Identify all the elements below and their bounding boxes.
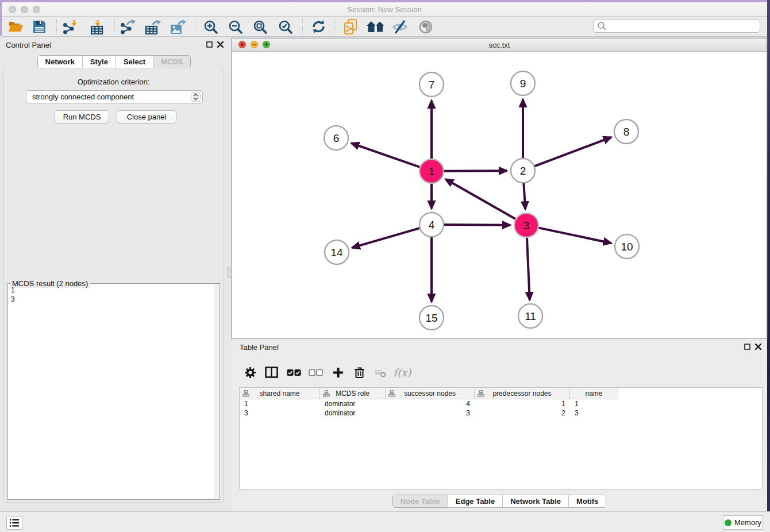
refresh-layout-icon[interactable] xyxy=(311,20,326,34)
result-scrollbar[interactable] xyxy=(214,284,219,499)
float-panel-icon[interactable] xyxy=(206,41,213,48)
memory-button[interactable]: Memory xyxy=(723,515,763,530)
column-header-successor-nodes[interactable]: successor nodes xyxy=(386,388,475,399)
save-session-icon[interactable] xyxy=(33,20,46,33)
close-panel-button[interactable]: Close panel xyxy=(117,110,176,124)
graph-edge-4-3[interactable] xyxy=(443,225,510,225)
deselect-all-icon[interactable] xyxy=(309,368,323,377)
clone-network-icon[interactable] xyxy=(344,19,357,35)
task-history-button[interactable] xyxy=(6,516,22,530)
tab-motifs[interactable]: Motifs xyxy=(569,495,606,507)
tab-mcds[interactable]: MCDS xyxy=(153,56,190,68)
graph-edge-2-3[interactable] xyxy=(523,182,525,209)
table-cell[interactable]: 3 xyxy=(570,408,618,418)
search-field[interactable] xyxy=(593,20,760,33)
column-header-predecessor-nodes[interactable]: predecessor nodes xyxy=(475,388,570,399)
tab-network-table[interactable]: Network Table xyxy=(503,495,569,507)
delete-icon[interactable] xyxy=(353,366,365,379)
zoom-selected-icon[interactable] xyxy=(278,20,293,34)
graph-node-label: 10 xyxy=(621,241,633,253)
memory-status-icon xyxy=(725,519,732,526)
run-mcds-button[interactable]: Run MCDS xyxy=(55,110,109,124)
graph-node-10[interactable]: 10 xyxy=(615,234,639,259)
toolbar-separator xyxy=(56,19,57,34)
graph-node-9[interactable]: 9 xyxy=(511,71,535,95)
graph-edge-3-11[interactable] xyxy=(527,237,530,300)
table-cell[interactable]: dominator xyxy=(320,399,386,408)
table-panel-tabs: Node TableEdge TableNetwork TableMotifs xyxy=(392,495,607,508)
float-panel-icon[interactable] xyxy=(744,344,750,350)
graph-node-6[interactable]: 6 xyxy=(324,126,348,150)
graph-node-7[interactable]: 7 xyxy=(419,72,444,97)
table-panel-title: Table Panel xyxy=(240,343,279,352)
zoom-fit-icon[interactable] xyxy=(253,20,268,34)
graph-node-label: 14 xyxy=(330,246,343,259)
zoom-in-icon[interactable] xyxy=(203,20,218,34)
graph-edge-1-2[interactable] xyxy=(443,171,507,171)
close-panel-icon[interactable] xyxy=(755,344,761,350)
tab-edge-table[interactable]: Edge Table xyxy=(448,495,503,507)
table-row: 3dominator323 xyxy=(240,408,762,418)
export-table-icon[interactable] xyxy=(145,20,161,34)
search-input[interactable] xyxy=(609,21,760,31)
toolbar-separator xyxy=(302,19,303,34)
select-all-icon[interactable] xyxy=(287,368,301,377)
export-network-icon[interactable] xyxy=(120,20,136,34)
column-header-name[interactable]: name xyxy=(570,388,618,399)
show-all-icon[interactable] xyxy=(418,20,433,34)
graph-node-11[interactable]: 11 xyxy=(518,304,542,328)
graph-node-label: 9 xyxy=(520,78,526,90)
table-cell[interactable]: 3 xyxy=(240,408,320,418)
column-tree-icon xyxy=(478,390,484,397)
export-image-icon[interactable] xyxy=(170,20,186,34)
column-header-shared-name[interactable]: shared name xyxy=(240,388,320,399)
function-builder-icon[interactable]: f(x) xyxy=(394,367,411,379)
import-table-icon[interactable] xyxy=(90,20,105,34)
tab-node-table[interactable]: Node Table xyxy=(393,495,448,507)
settings-gear-icon[interactable] xyxy=(244,367,256,379)
column-visibility-icon[interactable] xyxy=(265,367,278,378)
first-neighbors-icon[interactable] xyxy=(366,21,384,33)
hide-selected-icon[interactable] xyxy=(391,20,409,34)
column-tree-icon xyxy=(242,390,249,397)
import-network-icon[interactable] xyxy=(63,20,79,34)
graph-edge-1-6[interactable] xyxy=(351,143,421,167)
graph-edge-3-10[interactable] xyxy=(538,228,611,243)
network-canvas[interactable]: 7968124314101511 xyxy=(232,52,767,338)
graph-edge-4-14[interactable] xyxy=(352,228,421,248)
open-session-icon[interactable] xyxy=(8,20,24,33)
graph-node-1[interactable]: 1 xyxy=(419,159,444,183)
table-cell[interactable]: 1 xyxy=(475,399,570,408)
graph-node-label: 3 xyxy=(523,219,530,232)
table-panel: Table Panel f(x) shared nameMCDS rolesuc… xyxy=(232,339,767,511)
table-cell[interactable]: 1 xyxy=(570,399,618,408)
graph-edge-2-8[interactable] xyxy=(534,137,611,167)
table-cell[interactable]: dominator xyxy=(320,408,386,418)
search-icon xyxy=(597,21,607,31)
list-icon xyxy=(9,518,20,528)
tab-style[interactable]: Style xyxy=(83,56,116,68)
graph-node-2[interactable]: 2 xyxy=(511,159,535,183)
criterion-select[interactable]: strongly connected component xyxy=(26,90,203,103)
zoom-out-icon[interactable] xyxy=(228,20,243,34)
delete-table-icon[interactable] xyxy=(375,368,386,377)
tab-select[interactable]: Select xyxy=(116,56,153,68)
window-titlebar: Session: New Session xyxy=(2,2,767,17)
graph-node-15[interactable]: 15 xyxy=(419,306,444,330)
table-cell[interactable]: 2 xyxy=(475,408,570,418)
close-panel-icon[interactable] xyxy=(217,41,224,48)
table-cell[interactable]: 4 xyxy=(386,399,475,408)
tab-network[interactable]: Network xyxy=(38,56,83,68)
graph-node-label: 4 xyxy=(429,219,435,231)
network-window-titlebar[interactable]: scc.txt xyxy=(232,38,767,52)
graph-node-3[interactable]: 3 xyxy=(514,213,538,237)
column-header-MCDS-role[interactable]: MCDS role xyxy=(320,388,386,399)
graph-node-4[interactable]: 4 xyxy=(419,213,444,237)
mcds-result-text[interactable]: 13 xyxy=(11,286,211,498)
graph-edge-3-1[interactable] xyxy=(445,179,516,219)
graph-node-8[interactable]: 8 xyxy=(614,119,638,144)
graph-node-14[interactable]: 14 xyxy=(325,240,349,264)
table-cell[interactable]: 3 xyxy=(386,408,475,418)
table-cell[interactable]: 1 xyxy=(240,399,320,408)
add-column-icon[interactable] xyxy=(333,367,344,378)
